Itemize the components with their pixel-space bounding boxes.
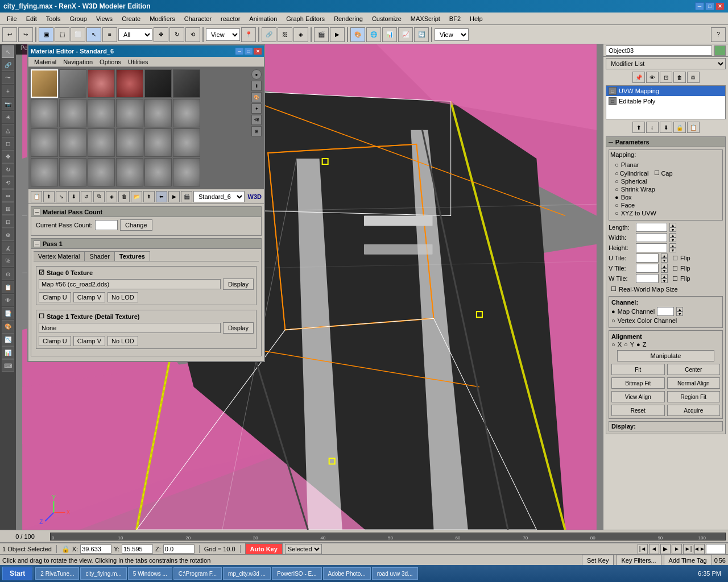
clamp-v2-btn[interactable]: Clamp V (73, 336, 105, 346)
swatch-2[interactable] (88, 69, 115, 98)
select-filter-btn[interactable]: ⬚ (55, 27, 69, 42)
menu-rendering[interactable]: Rendering (329, 14, 367, 23)
swatch-7[interactable] (59, 99, 86, 127)
make-unique-btn[interactable]: ⊡ (660, 72, 672, 83)
mat-menu-options[interactable]: Options (96, 58, 125, 66)
width-input[interactable]: 83.356 (636, 233, 667, 242)
width-down[interactable]: ▼ (669, 238, 676, 242)
normal-align-btn[interactable]: Normal Align (667, 377, 721, 389)
x-coord-val[interactable]: 39.633 (80, 544, 111, 554)
menu-reactor[interactable]: reactor (216, 14, 245, 23)
swatch-9[interactable] (116, 99, 143, 127)
nav-btn-5[interactable]: 📋 (687, 122, 700, 133)
display-btn[interactable]: Display (223, 278, 254, 290)
tool-scale[interactable]: ⟲ (2, 176, 14, 189)
swatch-10[interactable] (144, 99, 172, 127)
tool-link[interactable]: 🔗 (2, 59, 14, 71)
nav-btn-1[interactable]: ⬆ (632, 122, 645, 133)
clamp-u-btn[interactable]: Clamp U (39, 292, 71, 302)
taskbar-item-0[interactable]: 2 RivaTune... (35, 567, 79, 580)
u-tile-input[interactable]: 1.0 (636, 253, 659, 263)
length-up[interactable]: ▲ (669, 223, 676, 227)
center-btn[interactable]: Center (667, 364, 721, 375)
tool-snap-toggle[interactable]: ⊕ (2, 228, 14, 241)
undo-btn[interactable]: ↩ (2, 27, 17, 42)
height-up[interactable]: ▲ (669, 243, 676, 248)
video-color-btn[interactable]: 🎬 (181, 191, 192, 202)
swatch-19[interactable] (59, 158, 86, 186)
move-btn[interactable]: ✥ (154, 27, 168, 42)
tool-cameras[interactable]: 📷 (2, 98, 14, 110)
swatch-20[interactable] (88, 158, 115, 186)
select-btn[interactable]: ↖ (86, 27, 101, 42)
swatch-5[interactable] (173, 69, 200, 98)
selected-dropdown[interactable]: Selected (285, 544, 322, 554)
pass1-collapse[interactable]: ─ (34, 240, 40, 247)
redo-btn[interactable]: ↪ (18, 27, 33, 42)
tool-angle-snap[interactable]: ∡ (2, 242, 14, 254)
tab-textures[interactable]: Textures (115, 251, 150, 261)
stage0-label[interactable]: ☑ Stage 0 Texture (39, 269, 93, 276)
select-name-btn[interactable]: ≡ (102, 27, 117, 42)
ref-coord-btn[interactable]: 📍 (241, 27, 256, 42)
tab-shader[interactable]: Shader (85, 251, 114, 261)
tool-schematic[interactable]: 📊 (2, 346, 14, 359)
rotate-btn[interactable]: ↻ (169, 27, 184, 42)
width-up[interactable]: ▲ (669, 233, 676, 238)
tool-spinner-snap[interactable]: ⊙ (2, 268, 14, 280)
w-tile-input[interactable]: 1.0 (636, 274, 659, 283)
get-mat-from-scene-btn[interactable]: 📋 (31, 191, 42, 202)
menu-create[interactable]: Create (117, 14, 145, 23)
tool-shapes[interactable]: △ (2, 124, 14, 136)
mat-editor-btn[interactable]: 🎨 (350, 27, 365, 42)
scale-btn[interactable]: ⟲ (185, 27, 200, 42)
unlink-btn[interactable]: ⛓ (278, 27, 292, 42)
display-btn2[interactable]: Display (223, 322, 254, 334)
swatch-12[interactable] (31, 128, 58, 157)
menu-graph-editors[interactable]: Graph Editors (282, 14, 329, 23)
browse-mat-btn[interactable]: 📂 (131, 191, 142, 202)
radio-cylindrical[interactable]: ○ Cylindrical ☐ Cap (615, 169, 717, 177)
show-checkers-btn[interactable]: ⊞ (251, 126, 262, 136)
tool-curve-editor[interactable]: 📉 (2, 333, 14, 346)
mat-menu-utilities[interactable]: Utilities (125, 58, 151, 66)
timeline-track[interactable]: 0 10 20 30 40 50 60 70 80 90 100 (50, 533, 726, 541)
region-fit-btn[interactable]: Region Fit (667, 391, 721, 402)
menu-bf2[interactable]: BF2 (445, 14, 465, 23)
swatch-4[interactable] (144, 69, 172, 98)
mat-menu-navigation[interactable]: Navigation (60, 58, 96, 66)
tool-display-floater[interactable]: 👁 (2, 294, 14, 306)
fit-btn[interactable]: Fit (611, 364, 665, 375)
view-dropdown[interactable]: View (206, 28, 240, 41)
map-channel-row[interactable]: ● Map Channel 1 ▲ ▼ (611, 307, 720, 316)
nav-btn-4[interactable]: 🔒 (673, 122, 686, 133)
no-lod-btn[interactable]: No LOD (107, 292, 138, 302)
current-pass-input[interactable]: 1 (95, 220, 118, 230)
swatch-18[interactable] (31, 158, 58, 186)
z-coord-val[interactable]: 0.0 (163, 544, 195, 554)
menu-maxscript[interactable]: MAXScript (406, 14, 445, 23)
pick-mat-btn[interactable]: 🎨 (251, 92, 262, 102)
get-mat-btn[interactable]: ● (251, 69, 262, 80)
swatch-1[interactable] (59, 69, 86, 98)
radio-face[interactable]: ○ Face (615, 202, 717, 209)
swatch-6[interactable] (31, 99, 58, 127)
tool-helpers[interactable]: + (2, 85, 14, 97)
view-align-btn[interactable]: View Align (611, 391, 665, 402)
title-controls[interactable]: ─ □ ✕ (695, 2, 725, 10)
quick-render-btn[interactable]: ▶ (330, 27, 345, 42)
modifier-item-edpoly[interactable]: □ Editable Poly (606, 96, 725, 106)
render-env-btn[interactable]: 🌐 (366, 27, 381, 42)
height-down[interactable]: ▼ (669, 248, 676, 252)
goto-end-btn[interactable]: ►| (683, 544, 693, 554)
help-btn[interactable]: ? (711, 27, 726, 42)
no-lod2-btn[interactable]: No LOD (107, 336, 138, 346)
reset-mat-btn[interactable]: ↺ (81, 191, 92, 202)
key-mode-btn[interactable]: ◄► (694, 544, 705, 554)
select-obj-btn[interactable]: ▣ (39, 27, 53, 42)
tool-lights[interactable]: ☀ (2, 111, 14, 123)
taskbar-item-3[interactable]: C:\Program F... (173, 567, 222, 580)
link-btn[interactable]: 🔗 (262, 27, 276, 42)
copy-mat-btn[interactable]: ⧉ (93, 191, 105, 202)
key-filters-btn[interactable]: Key Filters... (616, 555, 661, 566)
